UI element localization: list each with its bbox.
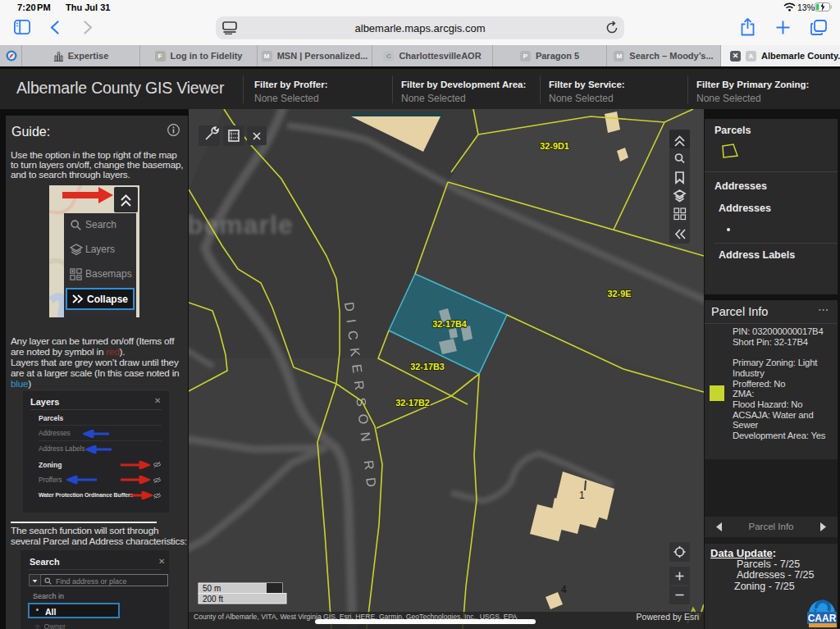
svg-text:CAAR: CAAR: [808, 613, 837, 624]
svg-text:4: 4: [561, 584, 567, 595]
svg-text:Powered by Esri: Powered by Esri: [637, 612, 699, 622]
svg-text:32-17B4: 32-17B4: [432, 319, 466, 329]
svg-text:32-9E: 32-9E: [608, 289, 632, 299]
svg-text:1: 1: [579, 490, 585, 501]
svg-text:32-9D1: 32-9D1: [540, 141, 568, 151]
svg-text:32-17B2: 32-17B2: [395, 398, 429, 408]
svg-text:50 m: 50 m: [203, 584, 221, 593]
svg-text:32-17B3: 32-17B3: [410, 362, 444, 371]
svg-text:200 ft: 200 ft: [203, 595, 223, 604]
svg-text:bemarle: bemarle: [189, 210, 294, 239]
